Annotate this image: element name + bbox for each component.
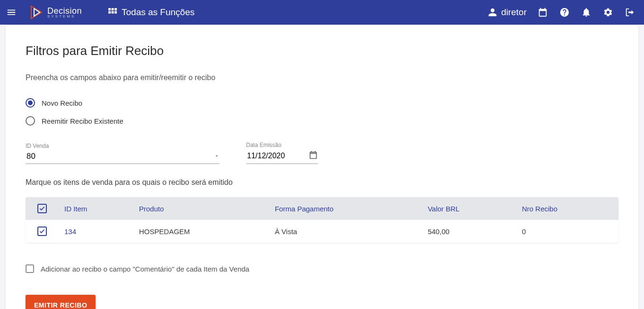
th-nro[interactable]: Nro Recibo: [516, 197, 618, 220]
logo-title: Decision: [47, 7, 82, 15]
svg-rect-5: [115, 11, 117, 14]
svg-rect-1: [112, 8, 114, 10]
cell-nro: 0: [516, 220, 618, 243]
th-id-item[interactable]: ID Item: [59, 197, 133, 220]
data-emissao-field[interactable]: [246, 149, 318, 164]
cell-id-item[interactable]: 134: [59, 220, 133, 243]
calendar-picker-icon[interactable]: [309, 150, 318, 162]
receipt-type-radio-group: Novo Recibo Reemitir Recibo Existente: [26, 98, 618, 126]
help-icon[interactable]: [559, 7, 570, 18]
settings-icon[interactable]: [602, 7, 614, 18]
row-checkbox[interactable]: [37, 227, 47, 236]
card-subtitle: Preencha os campos abaixo para emitir/re…: [26, 73, 618, 82]
radio-novo-label: Novo Recibo: [42, 99, 82, 107]
items-table: ID Item Produto Forma Pagamento Valor BR…: [26, 197, 618, 243]
username: diretor: [501, 7, 527, 18]
radio-novo-recibo[interactable]: Novo Recibo: [26, 98, 618, 108]
th-forma[interactable]: Forma Pagamento: [269, 197, 422, 220]
logo-mark-icon: [29, 5, 44, 19]
svg-rect-4: [112, 11, 114, 14]
select-all-checkbox[interactable]: [37, 204, 47, 213]
svg-rect-2: [115, 8, 117, 10]
top-bar: Decision SYSTEMS Todas as Funções direto…: [0, 0, 644, 25]
filter-card: Filtros para Emitir Recibo Preencha os c…: [6, 26, 638, 309]
th-valor[interactable]: Valor BRL: [422, 197, 516, 220]
all-functions-button[interactable]: Todas as Funções: [108, 7, 194, 18]
all-functions-label: Todas as Funções: [122, 7, 194, 18]
svg-rect-0: [108, 8, 111, 10]
dropdown-arrow-icon: [214, 152, 220, 161]
table-instruction: Marque os itens de venda para os quais o…: [26, 178, 618, 187]
notifications-icon[interactable]: [581, 7, 592, 18]
add-comment-checkbox[interactable]: [26, 264, 34, 273]
card-title: Filtros para Emitir Recibo: [26, 44, 618, 58]
menu-icon[interactable]: [6, 7, 17, 18]
id-venda-select[interactable]: [26, 150, 220, 164]
user-icon: [488, 8, 497, 17]
th-produto[interactable]: Produto: [133, 197, 269, 220]
id-venda-label: ID Venda: [26, 143, 220, 149]
data-emissao-label: Data Emissão: [246, 142, 318, 148]
table-row: 134 HOSPEDAGEM À Vista 540,00 0: [26, 220, 618, 243]
cell-forma: À Vista: [269, 220, 422, 243]
data-emissao-input[interactable]: [246, 151, 309, 161]
logo[interactable]: Decision SYSTEMS: [29, 5, 82, 19]
cell-valor: 540,00: [422, 220, 516, 243]
radio-reemitir-recibo[interactable]: Reemitir Recibo Existente: [26, 116, 618, 126]
apps-grid-icon: [108, 8, 117, 17]
calendar-icon[interactable]: [537, 7, 548, 18]
cell-produto: HOSPEDAGEM: [133, 220, 269, 243]
logout-icon[interactable]: [624, 7, 635, 18]
id-venda-input[interactable]: [26, 151, 214, 162]
add-comment-label: Adicionar ao recibo o campo "Comentário"…: [41, 265, 249, 273]
user-menu[interactable]: diretor: [488, 7, 527, 18]
radio-reemitir-label: Reemitir Recibo Existente: [42, 117, 124, 125]
emit-receipt-button[interactable]: EMITIR RECIBO: [26, 295, 96, 309]
svg-rect-3: [108, 11, 111, 14]
